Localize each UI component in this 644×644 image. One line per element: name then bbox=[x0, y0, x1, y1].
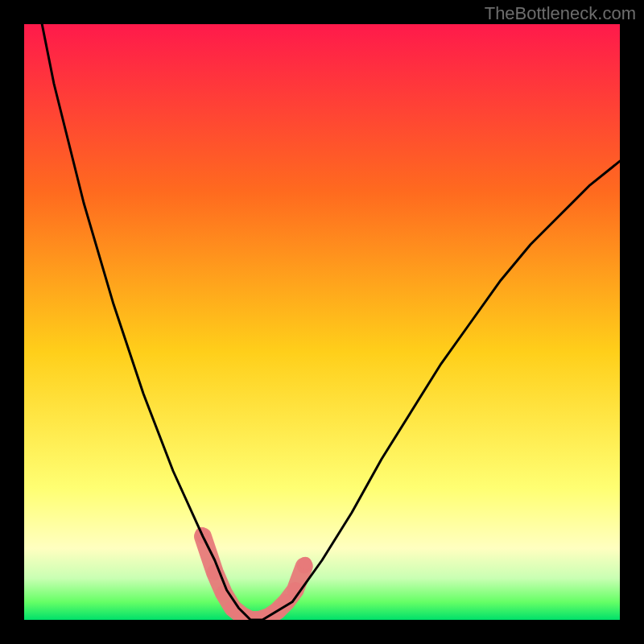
gradient-background bbox=[24, 24, 620, 620]
valley-marker-dot bbox=[299, 557, 312, 570]
plot-area bbox=[24, 24, 620, 620]
watermark-text: TheBottleneck.com bbox=[485, 3, 636, 24]
chart-svg bbox=[24, 24, 620, 620]
chart-frame: TheBottleneck.com bbox=[0, 0, 644, 644]
